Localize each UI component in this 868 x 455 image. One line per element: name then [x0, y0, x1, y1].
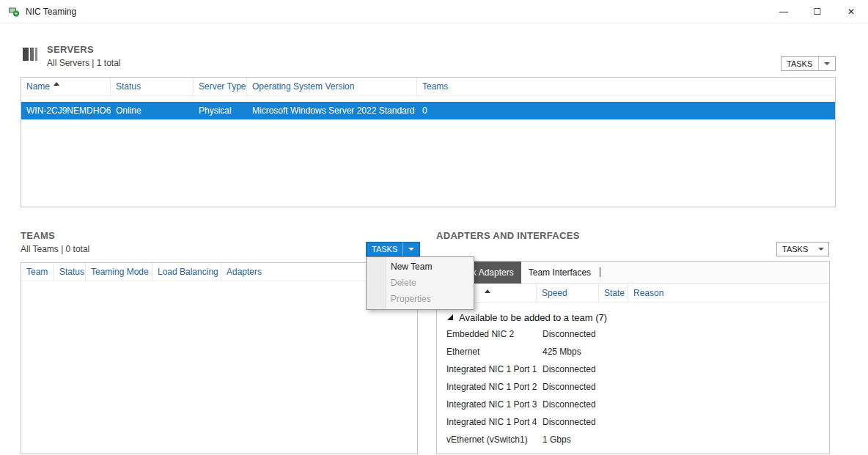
adapters-tasks-label: TASKS: [782, 245, 808, 254]
sort-asc-icon: [54, 82, 59, 86]
nic-teaming-window: NIC Teaming — ☐ ✕ SERVERS All Servers | …: [0, 0, 868, 455]
column-header-team-status[interactable]: Status: [54, 263, 86, 281]
adapter-group-row[interactable]: Available to be added to a team (7): [437, 309, 829, 325]
maximize-button[interactable]: ☐: [801, 0, 834, 23]
adapter-speed: 425 Mbps: [537, 347, 599, 357]
nic-teaming-app-icon: [8, 6, 20, 18]
sort-asc-icon: [485, 289, 490, 293]
chevron-down-icon: [824, 62, 830, 65]
adapter-name: Integrated NIC 1 Port 3-1: [437, 399, 537, 410]
column-header-teaming-mode[interactable]: Teaming Mode: [86, 263, 152, 281]
servers-title: SERVERS: [47, 44, 121, 55]
server-status: Online: [111, 106, 194, 116]
column-header-speed[interactable]: Speed: [537, 284, 599, 302]
minimize-button[interactable]: —: [767, 0, 801, 23]
adapter-speed: 1 Gbps: [537, 434, 599, 445]
adapters-section-header: ADAPTERS AND INTERFACES: [436, 230, 580, 241]
teams-table-header: Team Status Teaming Mode Load Balancing …: [21, 263, 417, 281]
column-header-team[interactable]: Team: [21, 263, 54, 281]
adapters-panel: Network Adapters Team Interfaces Speed S…: [436, 261, 830, 454]
chevron-down-icon: [818, 248, 824, 251]
teams-tasks-button[interactable]: TASKS: [366, 242, 420, 256]
adapter-row[interactable]: vEthernet (vSwitch1) 1 Gbps: [437, 431, 829, 448]
adapters-title: ADAPTERS AND INTERFACES: [436, 230, 580, 241]
teams-titles: TEAMS All Teams | 0 total: [21, 230, 89, 254]
teams-section-header: TEAMS All Teams | 0 total: [21, 230, 89, 254]
column-header-teams[interactable]: Teams: [417, 78, 835, 95]
adapter-row[interactable]: Embedded NIC 2 Disconnected: [437, 325, 829, 343]
teams-subtitle: All Teams | 0 total: [21, 244, 89, 254]
server-type: Physical: [194, 106, 247, 116]
adapter-speed: Disconnected: [537, 364, 599, 374]
servers-table-header: Name Status Server Type Operating System…: [21, 78, 835, 96]
adapter-row[interactable]: Integrated NIC 1 Port 4-1 Disconnected: [437, 413, 829, 431]
server-os-version: Microsoft Windows Server 2022 Standard: [247, 106, 417, 116]
teams-table: Team Status Teaming Mode Load Balancing …: [21, 262, 418, 454]
text-caret: [600, 267, 600, 277]
close-button[interactable]: ✕: [834, 0, 868, 23]
adapter-speed: Disconnected: [537, 382, 599, 392]
teams-tasks-menu: New Team Delete Properties: [366, 256, 474, 310]
teams-tasks-label: TASKS: [372, 245, 397, 254]
menu-item-new-team[interactable]: New Team: [367, 259, 474, 275]
column-header-name-label: Name: [26, 81, 50, 92]
group-expanded-triangle-icon: [447, 314, 453, 320]
server-name-cell: WIN-2CJ9NEMDHO6 ↑: [21, 106, 111, 116]
column-header-state[interactable]: State: [599, 284, 628, 302]
column-header-os-version[interactable]: Operating System Version: [247, 78, 417, 95]
servers-section-header: SERVERS All Servers | 1 total: [21, 44, 121, 68]
adapter-name: vEthernet (vSwitch1): [437, 434, 537, 445]
adapter-row[interactable]: Integrated NIC 1 Port 3-1 Disconnected: [437, 396, 829, 413]
tab-team-interfaces[interactable]: Team Interfaces: [521, 262, 598, 284]
servers-tasks-button[interactable]: TASKS: [781, 56, 836, 71]
window-controls: — ☐ ✕: [767, 0, 868, 23]
adapter-speed: Disconnected: [537, 417, 599, 427]
button-divider: [402, 243, 403, 256]
adapter-group-label: Available to be added to a team (7): [459, 312, 607, 323]
adapter-speed: Disconnected: [537, 329, 599, 339]
adapters-tasks-button[interactable]: TASKS: [776, 242, 829, 256]
server-name: WIN-2CJ9NEMDHO6: [26, 106, 111, 116]
adapter-name: Ethernet: [437, 347, 537, 357]
servers-table: Name Status Server Type Operating System…: [21, 77, 836, 207]
adapter-name: Integrated NIC 1 Port 1-1: [437, 364, 537, 374]
column-header-server-type[interactable]: Server Type: [194, 78, 247, 95]
adapters-tab-bar: Network Adapters Team Interfaces: [437, 262, 829, 284]
server-row[interactable]: WIN-2CJ9NEMDHO6 ↑ Online Physical Micros…: [21, 102, 835, 119]
button-divider: [818, 57, 819, 70]
adapter-name: Integrated NIC 1 Port 4-1: [437, 417, 537, 427]
servers-subtitle: All Servers | 1 total: [47, 58, 121, 68]
title-bar: NIC Teaming — ☐ ✕: [0, 0, 868, 23]
server-teams-count: 0: [417, 106, 835, 116]
column-header-load-balancing[interactable]: Load Balancing: [152, 263, 221, 281]
chevron-down-icon: [408, 248, 414, 251]
adapters-table-header: Speed State Reason: [437, 284, 829, 303]
window-title: NIC Teaming: [26, 7, 76, 17]
adapter-name: Embedded NIC 2: [437, 329, 537, 339]
teams-title: TEAMS: [21, 230, 89, 241]
servers-titles: SERVERS All Servers | 1 total: [47, 44, 121, 68]
column-header-name[interactable]: Name: [21, 78, 111, 95]
servers-icon: [21, 45, 40, 64]
adapter-row[interactable]: Ethernet 425 Mbps: [437, 343, 829, 360]
adapter-speed: Disconnected: [537, 399, 599, 410]
servers-tasks-label: TASKS: [787, 59, 812, 68]
adapter-name: Integrated NIC 1 Port 2-1: [437, 382, 537, 392]
adapter-row[interactable]: Integrated NIC 1 Port 2-1 Disconnected: [437, 378, 829, 396]
menu-item-delete: Delete: [367, 275, 474, 291]
column-header-reason[interactable]: Reason: [628, 284, 829, 302]
menu-item-properties: Properties: [367, 291, 474, 307]
column-header-status[interactable]: Status: [111, 78, 194, 95]
adapter-row[interactable]: Integrated NIC 1 Port 1-1 Disconnected: [437, 360, 829, 378]
